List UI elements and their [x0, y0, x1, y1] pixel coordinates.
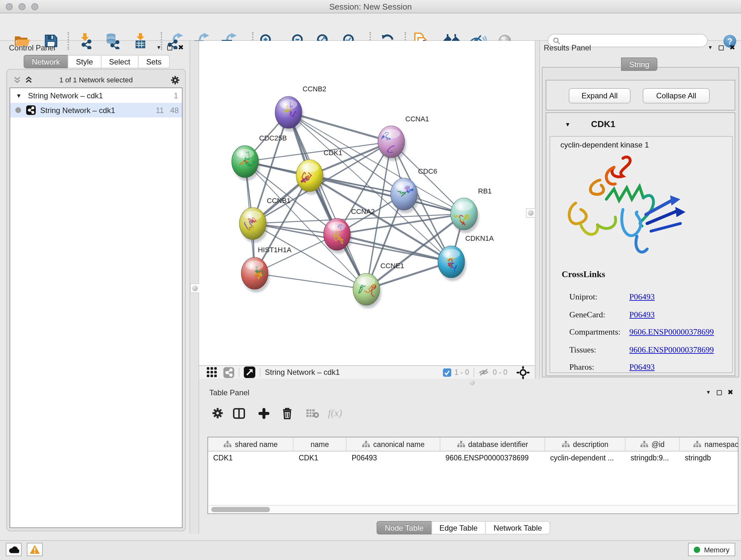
tab-string[interactable]: String: [621, 57, 658, 71]
crosslink-link[interactable]: 9606.ENSP00000378699: [629, 327, 714, 337]
grid-view-icon[interactable]: [207, 367, 217, 377]
table-horizontal-scrollbar[interactable]: [209, 505, 737, 513]
network-node-label: CDKN1A: [465, 234, 494, 242]
crosslink-link[interactable]: P06493: [629, 309, 655, 320]
network-edge[interactable]: [337, 234, 451, 262]
tab-select[interactable]: Select: [100, 55, 138, 68]
network-manager-box: 1 of 1 Network selected ▼ String Network…: [6, 69, 186, 531]
tab-network-table[interactable]: Network Table: [485, 521, 550, 535]
network-node-label: HIST1H1A: [258, 246, 291, 254]
network-node[interactable]: [232, 145, 260, 181]
table-cell[interactable]: P06493: [347, 451, 441, 464]
tab-style[interactable]: Style: [68, 55, 101, 68]
column-header-@id[interactable]: @id: [625, 437, 680, 451]
collection-expand-icon[interactable]: ▼: [16, 92, 22, 99]
birds-eye-view-icon[interactable]: [244, 367, 255, 378]
left-splitter-grip[interactable]: [190, 284, 200, 293]
collapse-table-icon[interactable]: ▼: [706, 390, 711, 395]
network-node[interactable]: [275, 95, 304, 132]
float-panel-icon[interactable]: [167, 45, 172, 50]
warnings-button[interactable]: [27, 543, 43, 556]
network-node[interactable]: [378, 126, 406, 161]
network-node[interactable]: [391, 178, 419, 213]
scrollbar-thumb[interactable]: [211, 507, 270, 512]
crosslink-link[interactable]: 9606.ENSP00000378699: [629, 345, 714, 355]
network-node[interactable]: [438, 246, 466, 281]
table-cell[interactable]: cyclin-dependent ...: [545, 451, 625, 464]
column-header-shared-name[interactable]: shared name: [208, 437, 293, 451]
crosslink-row: Pharos:P06493: [569, 360, 655, 374]
collapse-panel-icon[interactable]: ▼: [156, 45, 161, 50]
network-options-gear-icon[interactable]: [171, 75, 180, 85]
table-cell[interactable]: CDK1: [293, 451, 347, 464]
close-table-icon[interactable]: ✖: [728, 389, 733, 396]
tab-network[interactable]: Network: [23, 55, 68, 68]
column-header-canonical-name[interactable]: canonical name: [347, 437, 441, 451]
crosslink-link[interactable]: P06493: [629, 292, 655, 302]
column-header-database-identifier[interactable]: database identifier: [441, 437, 545, 451]
column-header-name[interactable]: name: [293, 437, 347, 451]
network-node[interactable]: [353, 273, 381, 308]
close-panel-icon[interactable]: ✖: [178, 44, 184, 51]
float-results-icon[interactable]: [719, 45, 724, 50]
column-header-namespace[interactable]: namespace: [680, 437, 738, 451]
crosslink-link[interactable]: P06493: [629, 362, 655, 372]
right-splitter[interactable]: [535, 41, 540, 379]
collapse-all-button[interactable]: Collapse All: [643, 88, 710, 104]
control-panel-tabs: NetworkStyleSelectSets: [23, 55, 170, 68]
expand-all-networks-icon[interactable]: [25, 76, 32, 84]
memory-label: Memory: [704, 546, 729, 553]
network-node[interactable]: [241, 257, 270, 293]
table-panel-title: Table Panel: [209, 388, 249, 397]
selected-checkbox-icon[interactable]: [443, 368, 451, 376]
entry-header[interactable]: ▼ CDK1: [546, 113, 735, 136]
network-canvas[interactable]: CCNB2CCNA1CDC25BCDK1CDC6RB1CCNB1CCNA2CDK…: [199, 41, 535, 365]
pan-crosshair-icon[interactable]: [516, 366, 530, 379]
close-results-icon[interactable]: ✖: [730, 44, 735, 51]
create-column-plus-icon[interactable]: [255, 403, 273, 423]
delete-column-trash-icon[interactable]: [278, 403, 296, 423]
network-node[interactable]: [239, 207, 268, 243]
tab-node-table[interactable]: Node Table: [377, 521, 432, 535]
table-settings-gear-icon[interactable]: [209, 403, 226, 423]
memory-button[interactable]: Memory: [688, 543, 735, 556]
share-view-icon[interactable]: [223, 367, 234, 378]
network-node-label: CCNA2: [351, 207, 375, 215]
table-cell[interactable]: 9606.ENSP00000378699: [441, 451, 545, 464]
network-graph[interactable]: CCNB2CCNA1CDC25BCDK1CDC6RB1CCNB1CCNA2CDK…: [199, 41, 535, 365]
float-table-icon[interactable]: [717, 390, 722, 395]
main-toolbar: ?: [0, 13, 741, 41]
hidden-eye-slash-icon[interactable]: [479, 368, 489, 377]
network-node[interactable]: [451, 198, 479, 233]
function-builder-icon[interactable]: f(x): [324, 403, 347, 423]
collapse-all-networks-icon[interactable]: [13, 76, 21, 84]
entry-collapse-icon[interactable]: ▼: [565, 121, 570, 128]
network-node-label: CCNB2: [302, 85, 327, 93]
table-cell[interactable]: stringdb: [680, 451, 738, 464]
network-edge[interactable]: [255, 273, 366, 289]
left-splitter[interactable]: [190, 41, 199, 534]
network-edge-count: 48: [170, 106, 179, 115]
table-cell[interactable]: CDK1: [208, 451, 293, 464]
tab-sets[interactable]: Sets: [138, 55, 170, 68]
show-columns-icon[interactable]: [230, 403, 248, 423]
table-cell[interactable]: stringdb:9...: [625, 451, 680, 464]
network-edge[interactable]: [288, 112, 366, 289]
cloud-status-button[interactable]: [6, 543, 22, 556]
horizontal-splitter-grip[interactable]: [470, 380, 475, 385]
table-row[interactable]: CDK1CDK1P064939606.ENSP00000378699cyclin…: [208, 451, 738, 464]
column-tree-icon: [223, 441, 232, 448]
column-header-description[interactable]: description: [545, 437, 625, 451]
network-edge[interactable]: [288, 112, 391, 142]
network-node-label: CCNB1: [267, 197, 291, 205]
collapse-results-icon[interactable]: ▼: [708, 45, 713, 50]
right-splitter-grip[interactable]: [526, 208, 536, 218]
network-row[interactable]: String Network – cdk1 11 48: [10, 103, 182, 118]
expand-all-button[interactable]: Expand All: [569, 88, 630, 104]
network-node[interactable]: [296, 160, 325, 195]
column-header-label: description: [573, 440, 608, 448]
delete-table-icon[interactable]: [303, 403, 321, 423]
tab-edge-table[interactable]: Edge Table: [431, 521, 486, 535]
warning-icon: [29, 545, 40, 554]
network-collection-row[interactable]: ▼ String Network – cdk1 1: [10, 88, 182, 103]
